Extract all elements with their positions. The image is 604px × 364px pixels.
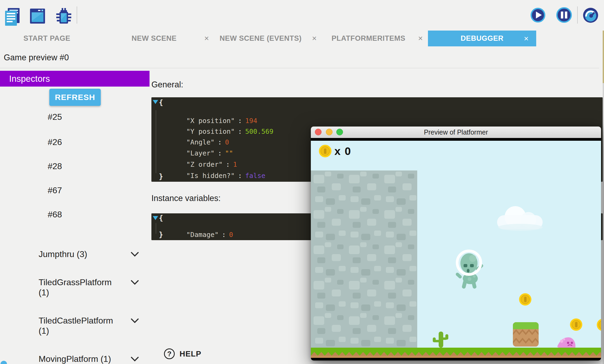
preview-window-titlebar[interactable]: Preview of Platformer — [311, 127, 601, 138]
tab-close-new-scene-events[interactable]: × — [311, 31, 318, 46]
tab-platformeritems[interactable]: PLATFORMERITEMS — [326, 31, 411, 46]
sidebar-item-28[interactable]: #28 — [48, 161, 62, 172]
json-row: "Z order":1 — [162, 153, 237, 162]
sidebar-group-tiledcastle[interactable]: TiledCastlePlatform — [39, 315, 113, 326]
ground-grass — [311, 348, 601, 352]
coin-icon — [319, 145, 331, 157]
json-row: "Damage":0 — [162, 223, 233, 233]
window-close-button[interactable] — [315, 129, 322, 135]
divider — [0, 68, 599, 68]
sidebar-item-67[interactable]: #67 — [48, 185, 62, 196]
toolbar-divider-right — [577, 6, 578, 24]
ground-zigzag — [311, 352, 601, 356]
tab-close-debugger[interactable]: × — [524, 31, 529, 46]
open-brace: { — [159, 214, 163, 222]
cactus — [433, 332, 448, 348]
preview-window: Preview of Platformer — [311, 127, 601, 361]
tab-debugger-label: DEBUGGER — [461, 34, 504, 42]
help-label: HELP — [180, 350, 201, 358]
inspectors-title: Inspectors — [9, 71, 50, 87]
indent-guide — [156, 223, 156, 234]
window-icon[interactable] — [30, 8, 45, 25]
sidebar-item-25[interactable]: #25 — [48, 112, 62, 122]
coin — [519, 293, 531, 306]
close-brace: } — [159, 231, 163, 239]
alien-player — [453, 248, 490, 294]
sidebar-group-jumpthru[interactable]: Jumpthru (3) — [39, 249, 87, 259]
indent-guide — [156, 110, 156, 173]
preview-selector[interactable]: Game preview #0 — [0, 46, 604, 68]
cloud — [497, 206, 545, 232]
sidebar-group-tiledcastle-count: (1) — [39, 326, 49, 336]
preview-window-title: Preview of Platformer — [311, 127, 601, 138]
sidebar-group-tiledgrass[interactable]: TiledGrassPlatform — [39, 277, 112, 287]
scrollbar-thumb[interactable] — [603, 31, 604, 83]
tab-new-scene-events[interactable]: NEW SCENE (EVENTS) — [214, 31, 307, 46]
window-frame-bottom — [311, 358, 601, 361]
slime-enemy — [557, 336, 576, 348]
close-brace: } — [159, 172, 163, 180]
tab-bar: START PAGE NEW SCENE × NEW SCENE (EVENTS… — [0, 31, 604, 46]
sidebar-item-26[interactable]: #26 — [48, 137, 62, 147]
tab-start-page[interactable]: START PAGE — [11, 31, 83, 46]
window-frame-top — [311, 138, 601, 141]
sidebar-group-tiledgrass-count: (1) — [39, 287, 49, 298]
game-canvas[interactable]: x 0 — [311, 141, 601, 358]
documents-icon[interactable] — [5, 8, 20, 26]
play-icon[interactable] — [531, 8, 545, 23]
tab-new-scene[interactable]: NEW SCENE — [115, 31, 193, 46]
window-minimize-button[interactable] — [326, 129, 333, 135]
json-value: false — [245, 172, 265, 180]
grass-platform — [513, 322, 539, 347]
tab-close-new-scene[interactable]: × — [203, 31, 210, 46]
window-zoom-button[interactable] — [336, 129, 343, 135]
json-row: "Layer":"" — [162, 142, 233, 151]
instance-variables-label: Instance variables: — [151, 194, 221, 203]
tab-debugger[interactable]: DEBUGGER × — [428, 31, 536, 46]
sidebar-partial-item — [1, 361, 7, 364]
json-row: "Is hidden?":false — [162, 164, 265, 174]
json-row: "X position":194 — [162, 109, 257, 119]
inspectors-header: Inspectors — [0, 71, 150, 87]
bug-icon[interactable] — [56, 8, 72, 26]
coin — [597, 319, 601, 331]
debugger-screen: START PAGE NEW SCENE × NEW SCENE (EVENTS… — [0, 0, 604, 364]
chevron-down-icon[interactable] — [130, 280, 139, 285]
coin-counter: x 0 — [334, 145, 351, 158]
json-row: "Angle":0 — [162, 131, 229, 140]
open-brace: { — [159, 98, 163, 106]
toolbar — [0, 0, 604, 31]
chevron-down-icon[interactable] — [130, 251, 139, 257]
preview-selector-value: Game preview #0 — [4, 53, 69, 62]
collapse-triangle-icon[interactable] — [153, 216, 158, 220]
tab-close-platformeritems[interactable]: × — [417, 31, 424, 46]
toolbar-divider — [77, 6, 77, 24]
json-value: 0 — [229, 231, 233, 239]
sidebar-group-movingplatform[interactable]: MovingPlatform (1) — [39, 354, 111, 364]
coin — [570, 318, 582, 331]
general-section-label: General: — [151, 80, 183, 90]
json-row: "Y position":500.569 — [162, 120, 273, 129]
chevron-down-icon[interactable] — [130, 318, 139, 324]
question-mark-icon: ? — [164, 348, 175, 359]
profiler-gauge-icon[interactable] — [583, 8, 598, 23]
ground-dirt — [311, 356, 601, 358]
castle-wall — [311, 170, 417, 348]
scrollbar[interactable] — [603, 31, 604, 364]
sidebar-item-68[interactable]: #68 — [48, 210, 62, 220]
pause-icon[interactable] — [556, 7, 572, 23]
refresh-button[interactable]: REFRESH — [49, 89, 101, 106]
json-value: 500.569 — [245, 128, 273, 135]
collapse-triangle-icon[interactable] — [153, 100, 158, 104]
chevron-down-icon[interactable] — [130, 356, 139, 362]
